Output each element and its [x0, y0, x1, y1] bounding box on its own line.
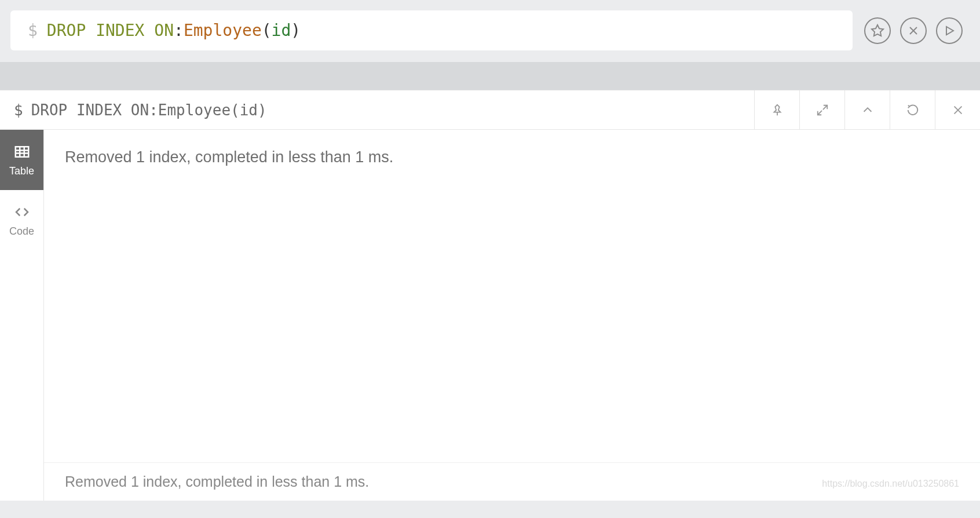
editor-actions [864, 17, 970, 44]
prompt-symbol: $ [28, 21, 38, 40]
result-prompt: $ [14, 101, 23, 119]
pin-button[interactable] [754, 90, 799, 129]
favorite-button[interactable] [864, 17, 891, 44]
result-body: Table Code Removed 1 index, completed in… [0, 130, 980, 501]
editor-bar: $ DROP INDEX ON:Employee(id) [0, 0, 980, 62]
result-header-actions [754, 90, 980, 129]
token-field: id [272, 21, 291, 40]
refresh-icon [906, 104, 919, 116]
watermark: https://blog.csdn.net/u013250861 [822, 479, 959, 489]
view-tabs: Table Code [0, 130, 44, 501]
footer-message: Removed 1 index, completed in less than … [65, 473, 369, 490]
rerun-button[interactable] [890, 90, 935, 129]
expand-icon [816, 104, 829, 116]
result-header: $ DROP INDEX ON:Employee(id) [0, 90, 980, 130]
table-icon [13, 143, 31, 160]
expand-button[interactable] [799, 90, 844, 129]
collapse-button[interactable] [844, 90, 890, 129]
token-lparen: ( [262, 21, 272, 40]
result-panel: $ DROP INDEX ON:Employee(id) [0, 90, 980, 501]
query-text: DROP INDEX ON:Employee(id) [47, 21, 301, 40]
clear-button[interactable] [900, 17, 927, 44]
tab-table-label: Table [9, 165, 34, 177]
spacer [0, 62, 980, 90]
token-label: Employee [184, 21, 262, 40]
tab-code[interactable]: Code [0, 190, 43, 250]
run-button[interactable] [936, 17, 963, 44]
star-icon [871, 24, 884, 38]
svg-marker-3 [946, 27, 953, 35]
result-message: Removed 1 index, completed in less than … [65, 148, 959, 166]
result-query-display: $ DROP INDEX ON:Employee(id) [0, 101, 754, 119]
x-icon [906, 24, 920, 38]
token-rparen: ) [291, 21, 301, 40]
code-icon [13, 203, 31, 221]
tab-code-label: Code [9, 225, 34, 238]
token-on: ON [154, 21, 174, 40]
result-footer: Removed 1 index, completed in less than … [44, 462, 980, 490]
chevron-up-icon [861, 104, 874, 116]
tab-table[interactable]: Table [0, 130, 43, 190]
query-input[interactable]: $ DROP INDEX ON:Employee(id) [10, 10, 853, 50]
svg-rect-9 [15, 147, 28, 157]
token-drop: DROP [47, 21, 86, 40]
pin-icon [771, 104, 784, 116]
close-result-button[interactable] [935, 90, 980, 129]
result-content: Removed 1 index, completed in less than … [44, 130, 980, 501]
close-icon [952, 104, 964, 116]
svg-line-5 [822, 105, 827, 109]
play-icon [942, 24, 956, 38]
token-colon: : [174, 21, 184, 40]
svg-marker-0 [872, 25, 883, 36]
token-index: INDEX [96, 21, 144, 40]
svg-line-6 [817, 110, 821, 114]
result-query-text: DROP INDEX ON:Employee(id) [31, 101, 267, 119]
